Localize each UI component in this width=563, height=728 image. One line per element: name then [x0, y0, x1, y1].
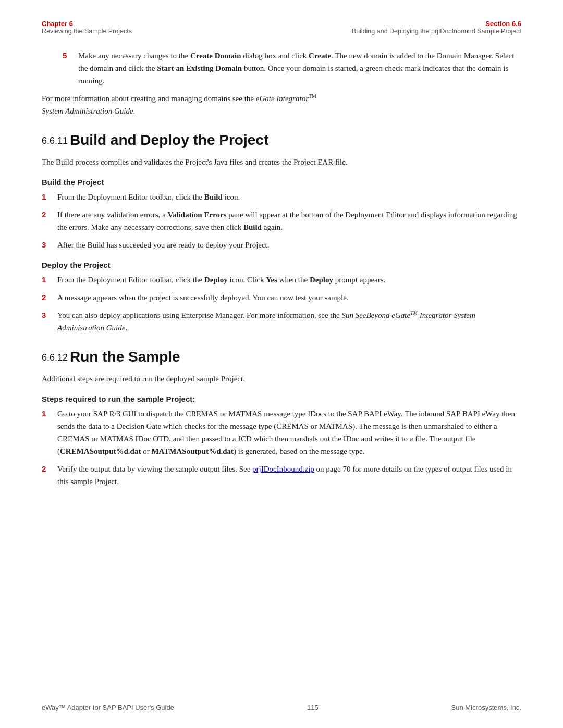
- steps-item-2-text: Verify the output data by viewing the sa…: [57, 463, 521, 488]
- build-item-3-number: 3: [42, 239, 51, 251]
- build-item-1-text: From the Deployment Editor toolbar, clic…: [57, 191, 521, 203]
- steps-list: 1 Go to your SAP R/3 GUI to dispatch the…: [42, 408, 521, 488]
- steps-item-2: 2 Verify the output data by viewing the …: [42, 463, 521, 488]
- build-item-2-text: If there are any validation errors, a Va…: [57, 208, 521, 233]
- section-subtitle: Building and Deploying the prjIDocInboun…: [352, 28, 521, 35]
- section-6611-body: The Build process compiles and validates…: [42, 156, 521, 168]
- steps-item-1-number: 1: [42, 408, 51, 458]
- section-6612-body: Additional steps are required to run the…: [42, 373, 521, 385]
- build-item-2-number: 2: [42, 208, 51, 233]
- build-list: 1 From the Deployment Editor toolbar, cl…: [42, 191, 521, 251]
- steps-item-1: 1 Go to your SAP R/3 GUI to dispatch the…: [42, 408, 521, 458]
- section-label: Section 6.6: [352, 20, 521, 28]
- deploy-item-2-number: 2: [42, 291, 51, 304]
- build-item-2: 2 If there are any validation errors, a …: [42, 208, 521, 233]
- deploy-item-3: 3 You can also deploy applications using…: [42, 309, 521, 334]
- steps-item-1-text: Go to your SAP R/3 GUI to dispatch the C…: [57, 408, 521, 458]
- section-6612-num: 6.6.12: [42, 352, 68, 363]
- build-project-heading: Build the Project: [42, 178, 521, 187]
- section-6611-num: 6.6.11: [42, 135, 68, 146]
- prjidocinbound-link[interactable]: prjIDocInbound.zip: [252, 465, 314, 473]
- build-item-3-text: After the Build has succeeded you are re…: [57, 239, 521, 251]
- chapter-subtitle: Reviewing the Sample Projects: [42, 28, 132, 35]
- section-6612-heading: 6.6.12Run the Sample: [42, 349, 521, 365]
- deploy-item-1-number: 1: [42, 274, 51, 286]
- section-6612-title: Run the Sample: [70, 349, 180, 365]
- deploy-item-3-number: 3: [42, 309, 51, 334]
- intro-item-5-number: 5: [63, 50, 72, 87]
- main-content: 5 Make any necessary changes to the Crea…: [0, 40, 563, 514]
- footer-right: Sun Microsystems, Inc.: [451, 704, 521, 711]
- steps-item-2-number: 2: [42, 463, 51, 488]
- build-item-1: 1 From the Deployment Editor toolbar, cl…: [42, 191, 521, 203]
- steps-heading: Steps required to run the sample Project…: [42, 394, 521, 403]
- deploy-item-1-text: From the Deployment Editor toolbar, clic…: [57, 274, 521, 286]
- deploy-item-2: 2 A message appears when the project is …: [42, 291, 521, 304]
- deploy-item-1: 1 From the Deployment Editor toolbar, cl…: [42, 274, 521, 286]
- deploy-project-heading: Deploy the Project: [42, 261, 521, 269]
- header-right: Section 6.6 Building and Deploying the p…: [352, 20, 521, 35]
- deploy-item-2-text: A message appears when the project is su…: [57, 291, 521, 304]
- page: Chapter 6 Reviewing the Sample Projects …: [0, 0, 563, 728]
- build-item-3: 3 After the Build has succeeded you are …: [42, 239, 521, 251]
- section-6611-title: Build and Deploy the Project: [70, 132, 268, 148]
- footer-left: eWay™ Adapter for SAP BAPI User's Guide: [42, 704, 174, 711]
- intro-section: 5 Make any necessary changes to the Crea…: [42, 50, 521, 87]
- intro-item-5: 5 Make any necessary changes to the Crea…: [63, 50, 521, 87]
- intro-item-5-text: Make any necessary changes to the Create…: [78, 50, 521, 87]
- deploy-item-3-text: You can also deploy applications using E…: [57, 309, 521, 334]
- chapter-label: Chapter 6: [42, 20, 132, 28]
- section-6611-heading: 6.6.11Build and Deploy the Project: [42, 132, 521, 149]
- header-left: Chapter 6 Reviewing the Sample Projects: [42, 20, 132, 35]
- build-item-1-number: 1: [42, 191, 51, 203]
- deploy-list: 1 From the Deployment Editor toolbar, cl…: [42, 274, 521, 334]
- page-footer: eWay™ Adapter for SAP BAPI User's Guide …: [0, 704, 563, 711]
- footer-page-number: 115: [307, 704, 319, 711]
- page-header: Chapter 6 Reviewing the Sample Projects …: [0, 0, 563, 40]
- info-para: For more information about creating and …: [42, 92, 521, 117]
